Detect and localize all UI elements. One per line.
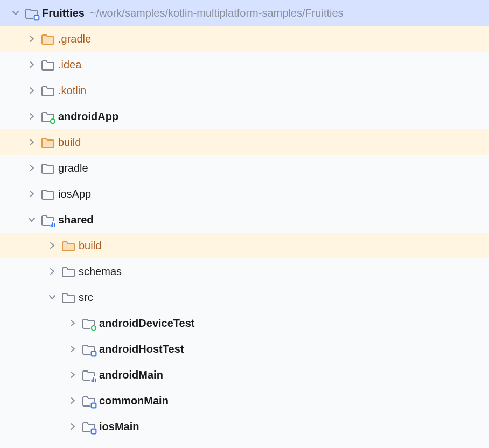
tree-row[interactable]: src: [0, 284, 489, 310]
tree-label: gradle: [58, 162, 88, 174]
tree-label: androidMain: [99, 369, 163, 381]
module-folder-icon: [41, 109, 55, 123]
chevron-down-icon[interactable]: [27, 215, 37, 225]
module-folder-icon: [41, 213, 55, 227]
chevron-right-icon[interactable]: [68, 318, 78, 328]
tree-row[interactable]: .idea: [0, 52, 489, 78]
tree-row[interactable]: .gradle: [0, 26, 489, 52]
excluded-folder-icon: [41, 135, 55, 149]
tree-row[interactable]: iosApp: [0, 181, 489, 207]
folder-icon: [61, 264, 75, 278]
chevron-right-icon[interactable]: [27, 163, 37, 173]
module-folder-icon: [25, 6, 39, 20]
folder-icon: [41, 187, 55, 201]
tree-label: androidApp: [58, 110, 118, 123]
tree-label: .gradle: [58, 33, 91, 45]
tree-row[interactable]: build: [0, 233, 489, 258]
project-tree: Fruitties ~/work/samples/kotlin-multipla…: [0, 0, 489, 439]
tree-row[interactable]: shared: [0, 207, 489, 233]
chevron-right-icon[interactable]: [27, 60, 37, 69]
tree-label: .idea: [58, 59, 81, 71]
folder-icon: [61, 290, 75, 304]
chevron-right-icon[interactable]: [27, 111, 37, 121]
folder-icon: [41, 161, 55, 175]
tree-label: build: [58, 136, 81, 149]
tree-row[interactable]: gradle: [0, 155, 489, 181]
tree-row[interactable]: build: [0, 129, 489, 155]
tree-row[interactable]: androidHostTest: [0, 336, 489, 362]
chevron-right-icon[interactable]: [68, 344, 78, 354]
chevron-down-icon[interactable]: [11, 8, 20, 18]
tree-label: iosMain: [99, 421, 139, 433]
tree-row[interactable]: androidApp: [0, 103, 489, 129]
source-folder-icon: [82, 342, 96, 356]
chevron-right-icon[interactable]: [68, 396, 78, 405]
chevron-right-icon[interactable]: [68, 422, 78, 431]
tree-row-root[interactable]: Fruitties ~/work/samples/kotlin-multipla…: [0, 0, 489, 26]
tree-path: ~/work/samples/kotlin-multiplatform-samp…: [90, 7, 344, 19]
tree-label: build: [79, 240, 101, 252]
source-folder-icon: [82, 368, 96, 382]
chevron-right-icon[interactable]: [27, 137, 37, 147]
chevron-right-icon[interactable]: [27, 189, 37, 199]
tree-row[interactable]: commonMain: [0, 388, 489, 414]
tree-row[interactable]: androidDeviceTest: [0, 310, 489, 336]
tree-label: src: [79, 291, 93, 304]
tree-label: androidHostTest: [99, 343, 184, 355]
tree-label: schemas: [79, 265, 122, 278]
chevron-right-icon[interactable]: [68, 370, 78, 380]
excluded-folder-icon: [41, 32, 55, 46]
folder-icon: [41, 83, 55, 97]
tree-label: shared: [58, 214, 94, 226]
tree-row[interactable]: androidMain: [0, 362, 489, 388]
source-folder-icon: [82, 316, 96, 330]
tree-row[interactable]: iosMain: [0, 414, 489, 439]
tree-label: iosApp: [58, 188, 91, 200]
tree-row[interactable]: schemas: [0, 258, 489, 284]
tree-label: .kotlin: [58, 85, 86, 97]
tree-row[interactable]: .kotlin: [0, 78, 489, 103]
tree-label: commonMain: [99, 395, 169, 407]
chevron-down-icon[interactable]: [47, 292, 57, 302]
chevron-right-icon[interactable]: [47, 241, 57, 250]
folder-icon: [41, 58, 55, 72]
tree-label: androidDeviceTest: [99, 317, 194, 330]
excluded-folder-icon: [61, 239, 75, 253]
chevron-right-icon[interactable]: [27, 34, 37, 44]
chevron-right-icon[interactable]: [27, 86, 37, 95]
tree-label: Fruitties: [42, 7, 85, 19]
chevron-right-icon[interactable]: [47, 267, 57, 276]
source-folder-icon: [82, 419, 96, 433]
source-folder-icon: [82, 394, 96, 408]
